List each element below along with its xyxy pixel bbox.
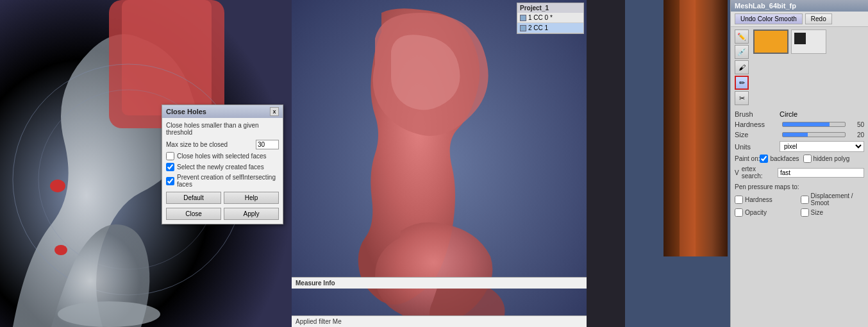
left-icons: ✏️ 💉 🖌 ✏ ✂ <box>735 29 749 105</box>
apply-button[interactable]: Apply <box>224 208 279 220</box>
pen-displacement-checkbox[interactable] <box>801 196 809 204</box>
pen-opacity-label: Opacity <box>745 209 767 216</box>
svg-point-7 <box>58 301 160 327</box>
close-holes-dialog: Close Holes x Close holes smaller than a… <box>162 105 283 224</box>
pen-hardness-label: Hardness <box>745 196 772 203</box>
units-select[interactable]: pixel world <box>780 141 864 152</box>
brush-label: Brush <box>735 110 780 118</box>
checkbox3[interactable] <box>166 177 174 185</box>
fill-icon[interactable]: 🖌 <box>735 60 749 74</box>
left-viewport[interactable]: Close Holes x Close holes smaller than a… <box>0 0 292 327</box>
checkbox3-row: Prevent creation of selfIntersecting fac… <box>166 174 279 188</box>
vertex-search-label: V <box>735 169 739 176</box>
default-button[interactable]: Default <box>166 192 221 204</box>
paint-on-label: Paint on: <box>735 155 760 162</box>
checkbox1[interactable] <box>166 152 174 160</box>
project-title: Project_1 <box>517 3 583 13</box>
close-holes-body: Close holes smaller than a given thresho… <box>162 118 283 224</box>
pen-hardness-checkbox[interactable] <box>735 196 743 204</box>
vertex-search-input[interactable] <box>778 168 864 178</box>
close-holes-buttons: Default Help <box>166 192 279 204</box>
applied-filter-label: Applied filter Me <box>296 318 342 325</box>
project-row-1-icon <box>520 15 526 21</box>
pen-pressure-grid: Hardness Displacement / Smoot Opacity Si… <box>735 192 864 217</box>
meshlab-properties: Brush Circle Hardness 50 Size 20 Units p… <box>731 108 868 219</box>
measure-info-label: Measure Info <box>296 280 335 287</box>
checkbox1-row: Close holes with selected faces <box>166 152 279 160</box>
pen-size-label: Size <box>811 209 823 216</box>
icon-toolbar: ✏️ 💉 🖌 ✏ ✂ <box>731 27 868 108</box>
hidden-polyg-label: hidden polyg <box>814 155 850 162</box>
pen-pressure-opacity: Opacity <box>735 208 799 217</box>
project-row-1[interactable]: 1 CC 0 * <box>517 13 583 23</box>
paint-on-row: Paint on: backfaces hidden polyg <box>735 155 864 163</box>
svg-rect-12 <box>587 0 625 327</box>
units-label: Units <box>735 143 780 151</box>
checkbox2-label: Select the newly created faces <box>177 164 279 171</box>
color-swatches-area <box>753 29 826 105</box>
project-row-2[interactable]: 2 CC 1 <box>517 23 583 33</box>
vertex-search-row: V ertex search: <box>735 165 864 180</box>
project-row-2-label: 2 CC 1 <box>528 24 548 31</box>
small-color-swatch <box>794 33 806 44</box>
hardness-slider[interactable] <box>782 122 846 127</box>
undo-color-smooth-btn[interactable]: Undo Color Smooth <box>735 13 803 24</box>
hardness-label: Hardness <box>735 121 780 128</box>
checkbox3-label: Prevent creation of selfIntersecting fac… <box>177 174 279 188</box>
pencil-icon[interactable]: ✏️ <box>735 29 749 44</box>
checkbox1-label: Close holes with selected faces <box>177 153 279 160</box>
backfaces-checkbox[interactable] <box>760 155 768 163</box>
eraser-icon[interactable]: ✂ <box>735 91 749 105</box>
pen-size-checkbox[interactable] <box>801 208 809 217</box>
pen-pressure-displacement: Displacement / Smoot <box>801 192 865 206</box>
hidden-polyg-checkbox[interactable] <box>803 155 812 163</box>
meshlab-title: MeshLab_64bit_fp <box>735 2 796 10</box>
measure-info-panel: Measure Info <box>292 277 587 289</box>
svg-point-4 <box>54 245 67 255</box>
size-value: 20 <box>848 131 864 138</box>
pen-opacity-checkbox[interactable] <box>735 208 743 217</box>
close-holes-close-btn[interactable]: x <box>270 107 279 116</box>
meshlab-titlebar: MeshLab_64bit_fp <box>731 0 868 12</box>
close-holes-subtitle: Close holes smaller than a given thresho… <box>166 122 279 136</box>
pen-pressure-hardness: Hardness <box>735 192 799 206</box>
secondary-color-swatch[interactable] <box>791 29 826 54</box>
hardness-value: 50 <box>848 121 864 128</box>
project-row-2-icon <box>520 25 526 31</box>
color-swatches-row <box>753 29 826 54</box>
max-size-input[interactable]: 30 <box>256 140 279 149</box>
size-row: Size 20 <box>735 131 864 138</box>
size-slider[interactable] <box>782 132 846 137</box>
size-label: Size <box>735 131 780 138</box>
meshlab-panel: MeshLab_64bit_fp Undo Color Smooth Redo … <box>730 0 868 327</box>
checkbox2[interactable] <box>166 163 174 171</box>
eyedropper-icon[interactable]: 💉 <box>735 45 749 59</box>
pen-pressure-title: Pen pressure maps to: <box>735 183 864 190</box>
close-holes-buttons2: Close Apply <box>166 208 279 220</box>
brush-value: Circle <box>780 110 864 118</box>
checkbox2-row: Select the newly created faces <box>166 163 279 171</box>
hardness-row: Hardness 50 <box>735 121 864 128</box>
meshlab-toolbar: Undo Color Smooth Redo <box>731 12 868 27</box>
max-size-label: Max size to be closed <box>166 141 256 148</box>
center-viewport[interactable]: Project_1 1 CC 0 * 2 CC 1 CSG Operation … <box>292 0 587 327</box>
project-panel: Project_1 1 CC 0 * 2 CC 1 <box>517 3 584 34</box>
svg-point-3 <box>50 180 65 192</box>
pen-pressure-size: Size <box>801 208 865 217</box>
brush-row: Brush Circle <box>735 110 864 118</box>
right-viewport[interactable]: MeshLab_64bit_fp Undo Color Smooth Redo … <box>587 0 868 327</box>
pen-displacement-label: Displacement / Smoot <box>811 192 865 206</box>
redo-btn[interactable]: Redo <box>805 13 832 24</box>
close-button[interactable]: Close <box>166 208 221 220</box>
project-row-1-label: 1 CC 0 * <box>528 14 553 21</box>
primary-color-swatch[interactable] <box>753 29 789 54</box>
units-row: Units pixel world <box>735 141 864 152</box>
help-button[interactable]: Help <box>224 192 279 204</box>
max-size-row: Max size to be closed 30 <box>166 140 279 149</box>
backfaces-label: backfaces <box>770 155 799 162</box>
paint-brush-icon[interactable]: ✏ <box>735 76 749 90</box>
svg-rect-11 <box>680 0 696 256</box>
pen-pressure-section: Pen pressure maps to: Hardness Displacem… <box>735 183 864 217</box>
vertex-search-label2: ertex search: <box>742 165 775 180</box>
close-holes-title: Close Holes <box>166 108 206 115</box>
